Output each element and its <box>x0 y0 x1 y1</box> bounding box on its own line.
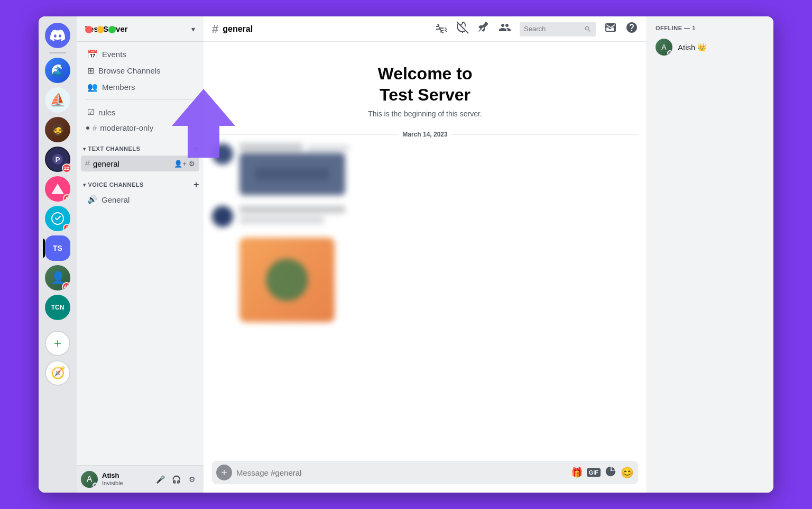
welcome-subtitle: This is the beginning of this server. <box>368 110 482 118</box>
macos-maximize[interactable] <box>108 26 116 33</box>
messages-area <box>204 142 647 331</box>
member-status-offline <box>667 50 672 56</box>
message-input[interactable] <box>236 468 567 477</box>
general-label: general <box>93 159 171 168</box>
add-text-channel-button[interactable]: + <box>193 144 199 153</box>
server-icon-P[interactable]: P 22 <box>45 147 70 172</box>
member-item-atish[interactable]: A Atish 👑 <box>647 35 773 59</box>
help-button[interactable] <box>625 21 638 37</box>
user-avatar: A <box>81 471 98 488</box>
TS-label: TS <box>53 244 62 252</box>
offline-section-label: OFFLINE — 1 <box>647 25 773 35</box>
server-icon-wave[interactable]: 🌊 <box>45 58 70 83</box>
browse-channels-label: Browse Channels <box>98 66 161 75</box>
member-name-atish: Atish <box>678 43 695 52</box>
server-icon-discord-home[interactable] <box>45 23 70 48</box>
message-input-area: + 🎁 GIF 😊 <box>204 461 647 493</box>
server-icon-person2[interactable]: 👤 48 <box>45 265 70 290</box>
voice-channels-label: VOICE CHANNELS <box>88 181 191 188</box>
add-member-icon[interactable]: 👤+ <box>174 160 187 168</box>
member-crown-badge: 👑 <box>697 43 706 51</box>
hash-icon-mod: # <box>93 123 97 132</box>
message-input-box: + 🎁 GIF 😊 <box>212 461 638 484</box>
member-avatar-atish: A <box>656 39 672 56</box>
mic-button[interactable]: 🎤 <box>153 472 168 487</box>
mute-button[interactable] <box>456 21 469 37</box>
user-settings-button[interactable]: ⚙ <box>184 472 199 487</box>
voice-general-label: General <box>102 195 130 204</box>
search-bar[interactable] <box>520 22 596 37</box>
svg-marker-2 <box>51 184 64 194</box>
chat-area: Welcome to Test Server This is the begin… <box>204 42 647 461</box>
server-icon-triangle[interactable]: 5 <box>45 176 70 202</box>
gift-button[interactable]: 🎁 <box>571 467 583 478</box>
user-name: Atish <box>102 471 149 480</box>
pins-button[interactable] <box>477 21 490 37</box>
browse-channels-icon: ⊞ <box>87 66 94 76</box>
moderator-only-label: moderator-only <box>100 123 153 132</box>
channel-voice-general[interactable]: 🔊 General <box>81 192 199 207</box>
inbox-button[interactable] <box>604 21 617 37</box>
add-attachment-button[interactable]: + <box>216 465 232 480</box>
general-hash-icon: # <box>85 159 90 168</box>
events-label: Events <box>102 50 126 59</box>
member-list-button[interactable] <box>499 21 511 37</box>
sidebar-item-browse-channels[interactable]: ⊞ Browse Channels <box>81 62 199 79</box>
server-icon-task[interactable]: 1 <box>45 206 70 231</box>
channel-header-name: general <box>223 24 253 34</box>
welcome-title: Welcome to Test Server <box>378 63 473 105</box>
bullet-dot <box>86 126 89 130</box>
rules-icon: ☑ <box>87 107 94 117</box>
voice-icon: 🔊 <box>87 195 97 204</box>
macos-close[interactable] <box>85 26 93 33</box>
discover-button[interactable]: 🧭 <box>45 360 70 386</box>
channel-rules[interactable]: ☑ rules <box>81 104 199 120</box>
rules-label: rules <box>98 108 116 117</box>
text-channels-label: TEXT CHANNELS <box>88 146 191 152</box>
add-server-button[interactable]: + <box>45 331 70 356</box>
add-voice-channel-button[interactable]: + <box>193 180 199 189</box>
server-icon-sailboat[interactable]: ⛵ <box>45 87 70 113</box>
date-divider: March 14, 2023 <box>204 126 647 142</box>
category-voice-channels[interactable]: ▾ VOICE CHANNELS + <box>77 171 204 192</box>
category-text-channels[interactable]: ▾ TEXT CHANNELS + <box>77 135 204 156</box>
macos-minimize[interactable] <box>97 26 104 33</box>
main-content: # general <box>204 16 647 493</box>
channel-list: 📅 Events ⊞ Browse Channels 👥 Members <box>77 42 204 465</box>
emoji-button[interactable]: 😊 <box>621 466 634 479</box>
settings-icon-channel[interactable]: ⚙ <box>189 160 195 168</box>
members-label: Members <box>102 83 135 92</box>
user-panel: A Atish Invisible 🎤 🎧 ⚙ <box>77 465 204 493</box>
channel-moderator-only[interactable]: # moderator-only <box>81 120 199 135</box>
sticker-button[interactable] <box>605 466 616 480</box>
server-icon-TS[interactable]: TS <box>45 235 70 261</box>
events-icon: 📅 <box>87 49 98 59</box>
user-info: Atish Invisible <box>102 471 149 487</box>
threads-button[interactable] <box>435 23 448 35</box>
welcome-section: Welcome to Test Server This is the begin… <box>204 42 647 126</box>
server-chevron: ▾ <box>191 25 195 33</box>
right-sidebar: OFFLINE — 1 A Atish 👑 <box>647 16 773 493</box>
channel-header: # general <box>204 16 647 42</box>
server-sidebar: 🌊 ⛵ 🧔 P 22 <box>39 16 77 493</box>
text-channels-chevron: ▾ <box>83 146 86 152</box>
members-icon: 👥 <box>87 82 98 92</box>
channel-sidebar: Test Server ▾ 📅 Events ⊞ Browse Channels <box>77 16 204 493</box>
user-status: Invisible <box>102 480 149 487</box>
server-icon-TCN[interactable]: TCN <box>45 295 70 320</box>
sidebar-item-events[interactable]: 📅 Events <box>81 46 199 62</box>
sidebar-item-members[interactable]: 👥 Members <box>81 79 199 95</box>
headphones-button[interactable]: 🎧 <box>169 472 183 487</box>
search-icon <box>584 25 592 33</box>
channel-general[interactable]: # general 👤+ ⚙ <box>81 156 199 171</box>
search-input[interactable] <box>524 25 582 33</box>
server-icon-person[interactable]: 🧔 <box>45 117 70 142</box>
voice-channels-chevron: ▾ <box>83 182 86 188</box>
gif-button[interactable]: GIF <box>587 468 601 477</box>
svg-text:P: P <box>56 156 60 163</box>
channel-header-hash: # <box>212 22 218 36</box>
